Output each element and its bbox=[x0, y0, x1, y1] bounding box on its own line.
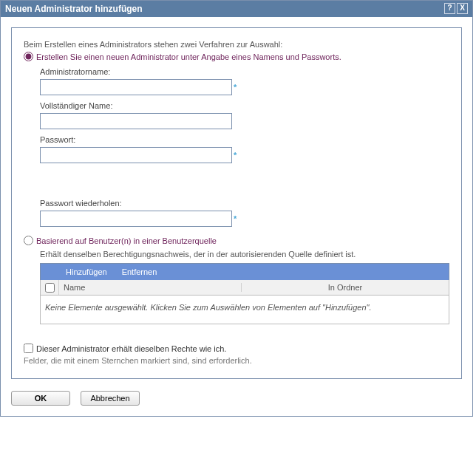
full-name-input[interactable] bbox=[40, 113, 232, 129]
titlebar: Neuen Administrator hinzufügen ? X bbox=[1, 1, 472, 17]
cancel-button[interactable]: Abbrechen bbox=[81, 391, 140, 406]
password-repeat-input[interactable] bbox=[40, 211, 232, 227]
list-toolbar: Hinzufügen Entfernen bbox=[40, 263, 449, 280]
content-panel: Beim Erstellen eines Administrators steh… bbox=[11, 27, 462, 379]
column-name-header[interactable]: Name bbox=[59, 283, 242, 292]
ok-button[interactable]: OK bbox=[11, 391, 70, 406]
required-note: Felder, die mit einem Sternchen markiert… bbox=[24, 356, 449, 365]
remove-button[interactable]: Entfernen bbox=[122, 267, 157, 276]
dialog-window: Neuen Administrator hinzufügen ? X Beim … bbox=[0, 0, 473, 417]
column-folder-header[interactable]: In Ordner bbox=[242, 283, 449, 292]
option-usersource-radio-row[interactable]: Basierend auf Benutzer(n) in einer Benut… bbox=[24, 236, 449, 245]
admin-name-label: Administratorname: bbox=[40, 67, 449, 76]
option-create-form: Administratorname: * Vollständiger Name:… bbox=[40, 67, 449, 227]
option-create-radio-row[interactable]: Erstellen Sie einen neuen Administrator … bbox=[24, 52, 449, 61]
option-usersource-label: Basierend auf Benutzer(n) in einer Benut… bbox=[36, 236, 217, 245]
password-repeat-label: Passwort wiederholen: bbox=[40, 199, 449, 208]
list-empty-message: Keine Elemente ausgewählt. Klicken Sie z… bbox=[40, 296, 449, 324]
button-row: OK Abbrechen bbox=[1, 386, 472, 416]
password-label: Passwort: bbox=[40, 135, 449, 144]
required-asterisk-icon: * bbox=[234, 83, 237, 92]
same-rights-row[interactable]: Dieser Administrator erhält dieselben Re… bbox=[24, 344, 449, 353]
full-name-label: Vollständiger Name: bbox=[40, 101, 449, 110]
select-all-checkbox[interactable] bbox=[45, 283, 55, 293]
option-usersource-desc: Erhält denselben Berechtigungsnachweis, … bbox=[40, 250, 449, 259]
user-list-area: Hinzufügen Entfernen Name In Ordner Kein… bbox=[40, 263, 449, 324]
add-button[interactable]: Hinzufügen bbox=[66, 267, 107, 276]
password-input[interactable] bbox=[40, 147, 232, 163]
admin-name-input[interactable] bbox=[40, 79, 232, 95]
help-icon[interactable]: ? bbox=[444, 3, 455, 14]
required-asterisk-icon: * bbox=[234, 214, 237, 223]
dialog-title: Neuen Administrator hinzufügen bbox=[5, 4, 443, 14]
list-header: Name In Ordner bbox=[40, 280, 449, 296]
same-rights-checkbox[interactable] bbox=[24, 344, 33, 353]
intro-text: Beim Erstellen eines Administrators steh… bbox=[24, 40, 449, 49]
same-rights-label: Dieser Administrator erhält dieselben Re… bbox=[36, 344, 226, 353]
close-icon[interactable]: X bbox=[457, 3, 468, 14]
option-create-label: Erstellen Sie einen neuen Administrator … bbox=[36, 52, 341, 61]
option-create-radio[interactable] bbox=[24, 52, 33, 61]
dialog-body: Beim Erstellen eines Administrators steh… bbox=[1, 17, 472, 386]
option-usersource-radio[interactable] bbox=[24, 236, 33, 245]
required-asterisk-icon: * bbox=[234, 151, 237, 160]
